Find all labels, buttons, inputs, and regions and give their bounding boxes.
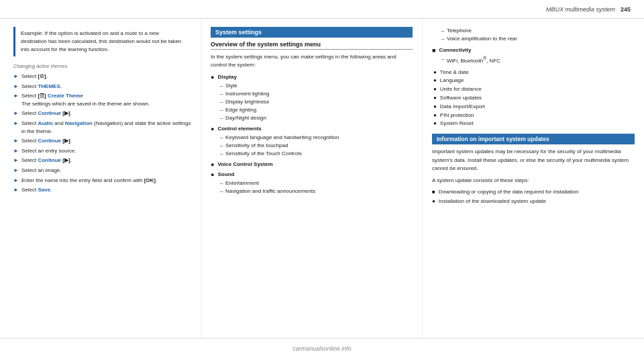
list-item: ► Select Continue [▶]. [13,137,191,145]
list-item: ► Select Continue [▶]. [13,109,191,118]
mid-column: System settings Overview of the system s… [201,19,423,338]
right-main-list: ● Time & date ● Language ● Units for dis… [432,69,635,129]
bullet-dot-icon: ● [433,103,437,111]
list-item: ► Select an image. [13,167,191,175]
step-text: Select Audio and Navigation (Navigation)… [21,120,191,135]
step-arrow-icon: ► [13,92,19,100]
list-item: ● System Reset [432,120,635,128]
left-column: Example: If the option is activated on a… [0,19,201,338]
footer-logo: carmanualsonline.info [292,345,352,352]
connectivity-section: ■ Connectivity WiFi, Bluetooth®, NFC [432,47,635,65]
list-item: Edge lighting [220,106,413,114]
step-text: Select Save. [21,186,52,194]
bullet-dot-icon: ● [433,69,437,77]
list-item: ► Select Audio and Navigation (Navigatio… [13,120,191,135]
step-text: Select an entry source. [21,147,76,155]
bullet-label: Voice Control System [217,161,272,167]
item-label: Language [440,77,464,85]
bullet-dot-icon: ● [211,161,214,168]
header-title: MBUX multimedia system [546,6,615,13]
step-text: Select THEMES. [21,83,62,91]
section-heading-bar: System settings [211,27,413,38]
connectivity-sub-list: WiFi, Bluetooth®, NFC [432,55,635,65]
display-sub-list: Style Instrument lighting Display bright… [211,82,413,122]
header-page-num: 245 [621,6,631,13]
list-item: ● PIN protection [432,111,635,120]
item-label: Time & date [440,69,469,77]
step-arrow-icon: ► [13,120,19,128]
header-bar: MBUX multimedia system 245 [0,0,644,19]
step-arrow-icon: ► [13,137,19,145]
list-item: ► Select [☰] Create ThemeThe settings wh… [13,92,191,107]
list-item: WiFi, Bluetooth®, NFC [441,55,635,65]
list-item: Navigation and traffic announcements [220,187,413,195]
bullet-dot-icon: ● [433,85,437,94]
list-item: Sensitivity of the Touch Controls [220,150,413,158]
sound-section: ● Sound Entertainment Navigation and tra… [211,171,413,195]
section-sub-heading: Overview of the system settings menu [211,41,413,50]
bullet-main-display: ● Display [211,74,413,81]
item-label: Software updates [440,94,482,103]
list-item: ► Select Save. [13,186,191,194]
list-item: Display brightness [220,98,413,106]
bullet-label: Control elements [217,126,261,132]
step-arrow-icon: ► [13,109,19,118]
list-item: ● Time & date [432,69,635,77]
item-label: Data Import/Export [440,103,485,111]
list-item: ● Software updates [432,94,635,103]
voice-section: ● Voice Control System [211,161,413,168]
step-text: Select Continue [▶]. [21,137,72,145]
info-box-text: Example: If the option is activated on a… [21,30,186,54]
step-text: Select Continue [▶]. [21,109,72,118]
step-label: Installation of the downloaded system up… [439,197,546,206]
bullet-main-sound: ● Sound [211,171,413,178]
list-item: Keyboard language and handwriting recogn… [220,134,413,142]
info-box: Example: If the option is activated on a… [13,27,191,56]
item-label: Units for distance [440,85,482,94]
page-wrapper: MBUX multimedia system 245 Example: If t… [0,0,644,358]
item-label: PIN protection [440,111,474,120]
bullet-main-connectivity: ■ Connectivity [432,47,635,54]
procedure-label: Changing active themes [13,63,191,69]
list-item: Telephone [441,27,635,35]
step-arrow-icon: ► [13,167,19,175]
step-text: Enter the name into the entry field and … [21,177,157,185]
list-item: Instrument lighting [220,90,413,98]
list-item: ► Select [⊙]. [13,73,191,81]
bullet-main-voice: ● Voice Control System [211,161,413,168]
right-continuation-list: Telephone Voice amplification to the rea… [432,27,635,43]
steps-list: ► Select [⊙]. ► Select THEMES. ► Select … [13,73,191,194]
main-content: Example: If the option is activated on a… [0,19,644,338]
info-section-heading: Information on important system updates [432,134,635,144]
bullet-dot-icon: ● [433,111,437,120]
right-column: Telephone Voice amplification to the rea… [423,19,644,338]
list-item: ● Language [432,77,635,85]
step-text: Select an image. [21,167,62,175]
step-arrow-icon: ► [13,147,19,155]
bullet-dot-icon: ● [211,126,214,132]
step-arrow-icon: ► [13,73,19,81]
list-item: ■ Downloading or copying of the data req… [432,188,635,196]
control-section: ● Control elements Keyboard language and… [211,126,413,158]
intro-text: In the system settings menu, you can mak… [211,53,413,69]
bullet-dot-icon: ● [433,77,437,85]
bullet-dot-icon: ● [211,171,214,178]
step-arrow-icon: ► [13,156,19,165]
step-text: Select [⊙]. [21,73,48,81]
bullet-dot-icon: ● [211,74,214,81]
step-text: Select [☰] Create ThemeThe settings whic… [21,92,150,107]
list-item: Sensitivity of the touchpad [220,142,413,150]
step-num-symbol: ● [432,197,435,206]
bullet-label: Sound [217,171,234,177]
bullet-dot-icon: ● [433,120,437,128]
list-item: ● Units for distance [432,85,635,94]
info-section-text1: Important system updates may be necessar… [432,148,635,173]
step-label: Downloading or copying of the data requi… [439,188,579,196]
step-text: Select Continue [▶]. [21,156,72,165]
list-item: Day/Night design [220,114,413,122]
list-item: ● Installation of the downloaded system … [432,197,635,206]
list-item: ► Enter the name into the entry field an… [13,177,191,185]
bullet-label: Display [217,74,236,80]
list-item: Entertainment [220,179,413,187]
footer-bar: carmanualsonline.info [0,338,644,358]
